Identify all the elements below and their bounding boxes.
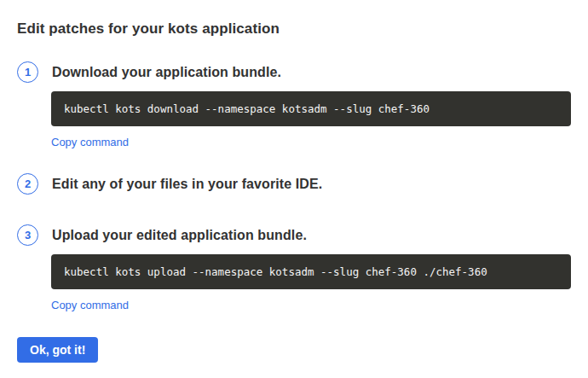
footer-actions: Ok, got it! — [17, 312, 571, 363]
copy-upload-command-link[interactable]: Copy command — [51, 299, 129, 311]
ok-got-it-button[interactable]: Ok, got it! — [17, 337, 98, 363]
step-number-badge: 2 — [17, 173, 38, 195]
step-number-badge: 1 — [17, 61, 38, 83]
page-title: Edit patches for your kots application — [17, 20, 571, 37]
download-command-code-block: kubectl kots download --namespace kotsad… — [51, 91, 571, 126]
upload-command-code-block: kubectl kots upload --namespace kotsadm … — [51, 254, 571, 289]
step-item-upload: 3 Upload your edited application bundle. — [17, 224, 571, 246]
step-number-badge: 3 — [17, 224, 38, 246]
step-label: Edit any of your files in your favorite … — [52, 177, 322, 192]
step-label: Download your application bundle. — [52, 65, 281, 80]
step-item-download: 1 Download your application bundle. — [17, 61, 571, 83]
step-item-edit: 2 Edit any of your files in your favorit… — [17, 173, 571, 195]
edit-patches-panel: Edit patches for your kots application 1… — [0, 0, 588, 378]
copy-download-command-link[interactable]: Copy command — [51, 136, 129, 148]
step-label: Upload your edited application bundle. — [52, 228, 307, 243]
